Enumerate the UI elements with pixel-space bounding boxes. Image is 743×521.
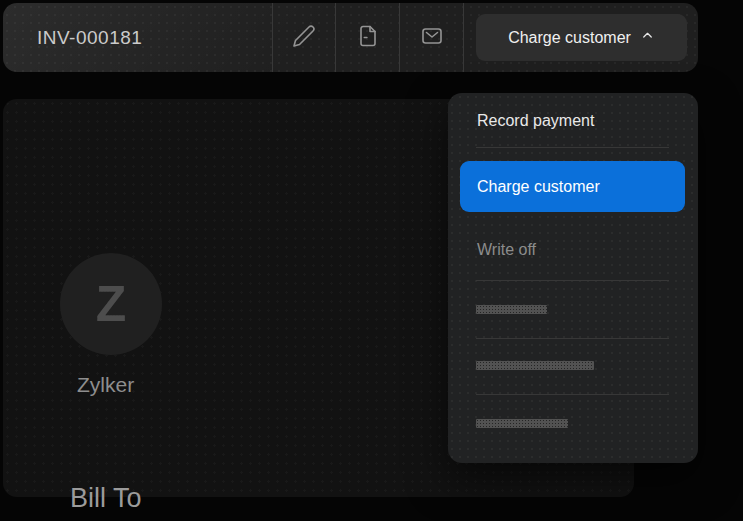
app-window: INV-000181 Charge customer <box>0 0 743 521</box>
menu-item-write-off[interactable]: Write off <box>477 241 536 259</box>
menu-divider <box>476 394 669 395</box>
company-name: Zylker <box>77 373 134 397</box>
menu-divider <box>476 280 669 281</box>
menu-item-placeholder[interactable] <box>476 419 568 428</box>
menu-item-placeholder[interactable] <box>476 361 594 370</box>
menu-item-record-payment[interactable]: Record payment <box>477 112 594 130</box>
charge-customer-dropdown-menu: Record payment Charge customer Write off <box>448 93 698 463</box>
company-initial: Z <box>96 275 127 333</box>
menu-divider <box>476 147 669 148</box>
charge-customer-button-label: Charge customer <box>508 29 631 47</box>
toolbar-divider <box>463 3 464 72</box>
chevron-up-icon <box>640 28 655 47</box>
invoice-toolbar: INV-000181 Charge customer <box>3 3 698 72</box>
company-logo-avatar: Z <box>60 253 162 355</box>
pencil-icon <box>292 24 316 52</box>
edit-invoice-button[interactable] <box>272 3 335 72</box>
menu-item-charge-customer-selected[interactable]: Charge customer <box>460 161 685 212</box>
charge-customer-dropdown-button[interactable]: Charge customer <box>476 14 687 61</box>
send-email-button[interactable] <box>400 3 463 72</box>
invoice-number: INV-000181 <box>37 3 142 72</box>
mail-icon <box>420 24 444 52</box>
bill-to-label: Bill To <box>70 483 142 514</box>
menu-divider <box>476 338 669 339</box>
pdf-document-button[interactable] <box>336 3 399 72</box>
menu-item-placeholder[interactable] <box>476 305 547 314</box>
document-icon <box>356 24 380 52</box>
